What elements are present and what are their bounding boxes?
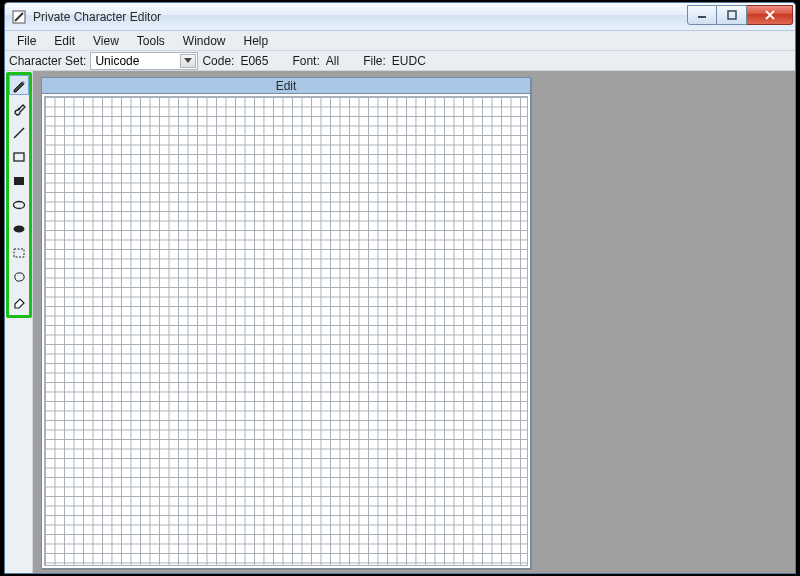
tool-freeform-select[interactable] xyxy=(9,267,29,287)
filled-ellipse-icon xyxy=(11,221,27,237)
maximize-button[interactable] xyxy=(717,5,747,25)
app-icon xyxy=(11,9,27,25)
menu-window[interactable]: Window xyxy=(175,32,234,50)
rectangle-icon xyxy=(11,149,27,165)
svg-rect-5 xyxy=(14,153,24,161)
tool-eraser[interactable] xyxy=(9,291,29,311)
freeform-select-icon xyxy=(11,269,27,285)
file-label: File: xyxy=(363,54,386,68)
code-label: Code: xyxy=(202,54,234,68)
minimize-button[interactable] xyxy=(687,5,717,25)
file-value: EUDC xyxy=(392,54,426,68)
code-value: E065 xyxy=(240,54,268,68)
menu-edit[interactable]: Edit xyxy=(46,32,83,50)
svg-point-3 xyxy=(17,108,19,110)
ellipse-icon xyxy=(11,197,27,213)
charset-label: Character Set: xyxy=(9,54,86,68)
filled-rectangle-icon xyxy=(11,173,27,189)
close-icon xyxy=(764,10,776,20)
tool-palette xyxy=(5,71,33,573)
minimize-icon xyxy=(697,10,707,20)
rect-select-icon xyxy=(11,245,27,261)
svg-rect-6 xyxy=(14,177,24,185)
eraser-icon xyxy=(11,293,27,309)
workspace[interactable]: Edit xyxy=(33,71,795,573)
svg-rect-2 xyxy=(728,11,736,19)
tool-filled-ellipse[interactable] xyxy=(9,219,29,239)
close-button[interactable] xyxy=(747,5,793,25)
tool-brush[interactable] xyxy=(9,99,29,119)
tool-ellipse[interactable] xyxy=(9,195,29,215)
app-window: Private Character Editor File Edit View … xyxy=(4,2,796,574)
tool-rect-select[interactable] xyxy=(9,243,29,263)
line-icon xyxy=(11,125,27,141)
info-bar: Character Set: Unicode Code: E065 Font: … xyxy=(5,51,795,71)
menu-file[interactable]: File xyxy=(9,32,44,50)
brush-icon xyxy=(11,101,27,117)
edit-grid[interactable] xyxy=(44,96,528,566)
edit-window-title: Edit xyxy=(42,78,530,94)
tool-line[interactable] xyxy=(9,123,29,143)
client-area: Edit xyxy=(5,71,795,573)
edit-window[interactable]: Edit xyxy=(41,77,531,569)
svg-point-8 xyxy=(13,226,24,233)
window-title: Private Character Editor xyxy=(33,10,161,24)
svg-point-7 xyxy=(13,202,24,209)
menu-help[interactable]: Help xyxy=(236,32,277,50)
menu-view[interactable]: View xyxy=(85,32,127,50)
charset-select[interactable]: Unicode xyxy=(90,52,198,70)
maximize-icon xyxy=(727,10,737,20)
tool-filled-rectangle[interactable] xyxy=(9,171,29,191)
title-bar[interactable]: Private Character Editor xyxy=(5,3,795,31)
menu-tools[interactable]: Tools xyxy=(129,32,173,50)
tool-rectangle[interactable] xyxy=(9,147,29,167)
tool-pencil[interactable] xyxy=(9,75,29,95)
svg-rect-1 xyxy=(698,16,706,18)
font-label: Font: xyxy=(292,54,319,68)
font-value: All xyxy=(326,54,339,68)
charset-value: Unicode xyxy=(95,54,139,68)
svg-rect-9 xyxy=(14,249,24,257)
svg-line-4 xyxy=(14,128,24,138)
menu-bar: File Edit View Tools Window Help xyxy=(5,31,795,51)
window-buttons xyxy=(687,5,793,25)
chevron-down-icon xyxy=(180,54,196,68)
pencil-icon xyxy=(11,77,27,93)
